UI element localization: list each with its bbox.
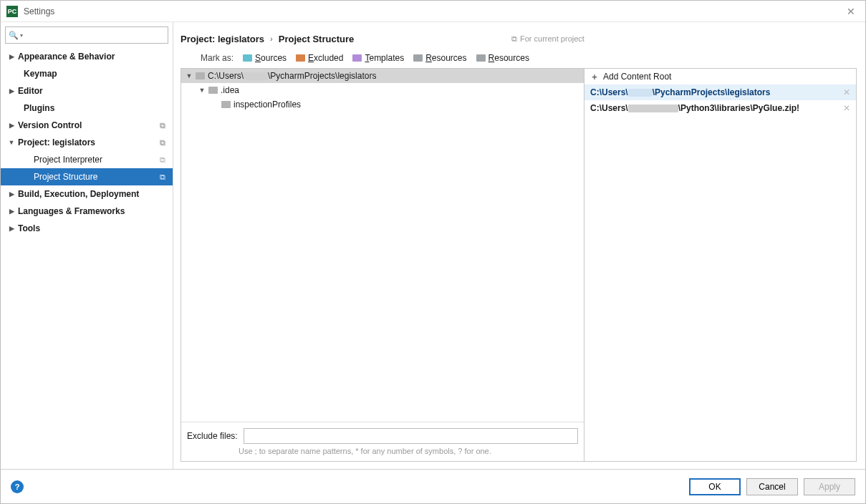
search-icon: 🔍 xyxy=(9,31,19,40)
scope-badge: ⧉For current project xyxy=(511,34,862,44)
nav-editor[interactable]: ▶Editor xyxy=(1,82,173,100)
chevron-right-icon: ▶ xyxy=(8,208,15,215)
nav-project-interpreter[interactable]: Project Interpreter⧉ xyxy=(1,151,173,168)
nav-version-control[interactable]: ▶Version Control⧉ xyxy=(1,117,173,134)
title-bar: PC Settings ✕ xyxy=(1,1,865,22)
project-scope-icon: ⧉ xyxy=(160,121,165,130)
plus-icon: ＋ xyxy=(590,71,599,83)
content-roots-panel: ＋ Add Content Root C:\Users\\PycharmProj… xyxy=(584,69,856,461)
chevron-down-icon: ▼ xyxy=(8,139,15,146)
content-root-item[interactable]: C:\Users\\Python3\libraries\PyGlue.zip! … xyxy=(584,100,856,116)
nav-languages-frameworks[interactable]: ▶Languages & Frameworks xyxy=(1,203,173,220)
content-root-item[interactable]: C:\Users\\PycharmProjects\legislators ✕ xyxy=(584,84,856,100)
content-root-path: C:\Users\\Python3\libraries\PyGlue.zip! xyxy=(590,103,799,113)
settings-nav-tree: ▶Appearance & Behavior Keymap ▶Editor Pl… xyxy=(1,48,173,469)
help-icon[interactable]: ? xyxy=(11,480,24,493)
add-content-root[interactable]: ＋ Add Content Root xyxy=(584,69,856,84)
directory-tree-panel: ▼ C:\Users\\PycharmProjects\legislators … xyxy=(181,69,584,461)
mark-as-resources-2[interactable]: Resources xyxy=(476,53,529,63)
tree-label: inspectionProfiles xyxy=(234,100,301,110)
folder-icon xyxy=(208,87,218,94)
nav-build-execution[interactable]: ▶Build, Execution, Deployment xyxy=(1,185,173,203)
nav-plugins[interactable]: Plugins xyxy=(1,100,173,117)
directory-tree[interactable]: ▼ C:\Users\\PycharmProjects\legislators … xyxy=(181,69,584,422)
mark-as-label: Mark as: xyxy=(201,53,234,63)
exclude-files-hint: Use ; to separate name patterns, * for a… xyxy=(187,447,578,455)
cancel-button[interactable]: Cancel xyxy=(746,478,798,495)
tree-label: .idea xyxy=(221,85,239,95)
nav-tools[interactable]: ▶Tools xyxy=(1,220,173,237)
project-scope-icon: ⧉ xyxy=(160,138,165,147)
nav-appearance-behavior[interactable]: ▶Appearance & Behavior xyxy=(1,48,173,65)
nav-project-structure[interactable]: Project Structure⧉ xyxy=(1,168,173,185)
chevron-right-icon: ▶ xyxy=(8,87,15,94)
apply-button[interactable]: Apply xyxy=(804,478,855,495)
project-scope-icon: ⧉ xyxy=(511,34,517,44)
tree-inspection-profiles[interactable]: inspectionProfiles xyxy=(181,97,584,112)
folder-icon xyxy=(296,54,305,62)
nav-keymap[interactable]: Keymap xyxy=(1,65,173,82)
close-icon[interactable]: ✕ xyxy=(842,3,860,20)
search-input[interactable]: 🔍 ▾ xyxy=(5,26,168,44)
chevron-down-icon: ▼ xyxy=(198,87,206,94)
breadcrumb-current: Project Structure xyxy=(279,34,354,44)
folder-icon xyxy=(352,54,362,62)
folder-icon xyxy=(243,54,252,62)
remove-icon[interactable]: ✕ xyxy=(843,87,850,97)
folder-icon xyxy=(413,54,423,62)
settings-sidebar: 🔍 ▾ ▶Appearance & Behavior Keymap ▶Edito… xyxy=(1,22,173,469)
app-icon: PC xyxy=(6,6,18,17)
settings-content: Project: legislators › Project Structure… xyxy=(173,22,865,469)
exclude-files-label: Exclude files: xyxy=(187,431,238,441)
mark-as-resources[interactable]: Resources xyxy=(413,53,466,63)
mark-as-excluded[interactable]: Excluded xyxy=(296,53,343,63)
breadcrumb-parent[interactable]: Project: legislators xyxy=(181,34,264,44)
dropdown-icon: ▾ xyxy=(20,32,23,39)
chevron-right-icon: ▶ xyxy=(8,225,15,232)
chevron-down-icon: ▼ xyxy=(186,72,193,79)
project-scope-icon: ⧉ xyxy=(160,155,165,165)
mark-as-sources[interactable]: Sources xyxy=(243,53,287,63)
nav-project[interactable]: ▼Project: legislators⧉ xyxy=(1,134,173,151)
folder-icon xyxy=(221,101,231,108)
mark-as-toolbar: Mark as: Sources Excluded Templates Reso… xyxy=(181,49,865,68)
remove-icon[interactable]: ✕ xyxy=(843,103,850,113)
folder-icon xyxy=(476,54,486,62)
exclude-files-area: Exclude files: Use ; to separate name pa… xyxy=(181,422,584,461)
exclude-files-input[interactable] xyxy=(244,428,578,444)
folder-icon xyxy=(196,72,205,79)
tree-root-path: C:\Users\\PycharmProjects\legislators xyxy=(208,71,376,81)
project-scope-icon: ⧉ xyxy=(160,173,165,182)
chevron-right-icon: ▶ xyxy=(8,53,15,60)
chevron-right-icon: ▶ xyxy=(8,122,15,129)
chevron-right-icon: › xyxy=(270,34,273,43)
content-root-path: C:\Users\\PycharmProjects\legislators xyxy=(590,87,770,97)
ok-button[interactable]: OK xyxy=(689,478,741,495)
breadcrumb: Project: legislators › Project Structure… xyxy=(181,22,865,49)
window-title: Settings xyxy=(24,6,54,16)
mark-as-templates[interactable]: Templates xyxy=(352,53,404,63)
tree-idea-folder[interactable]: ▼ .idea xyxy=(181,83,584,97)
tree-root[interactable]: ▼ C:\Users\\PycharmProjects\legislators xyxy=(181,69,584,83)
dialog-button-bar: ? OK Cancel Apply xyxy=(1,469,865,503)
chevron-right-icon: ▶ xyxy=(8,190,15,198)
